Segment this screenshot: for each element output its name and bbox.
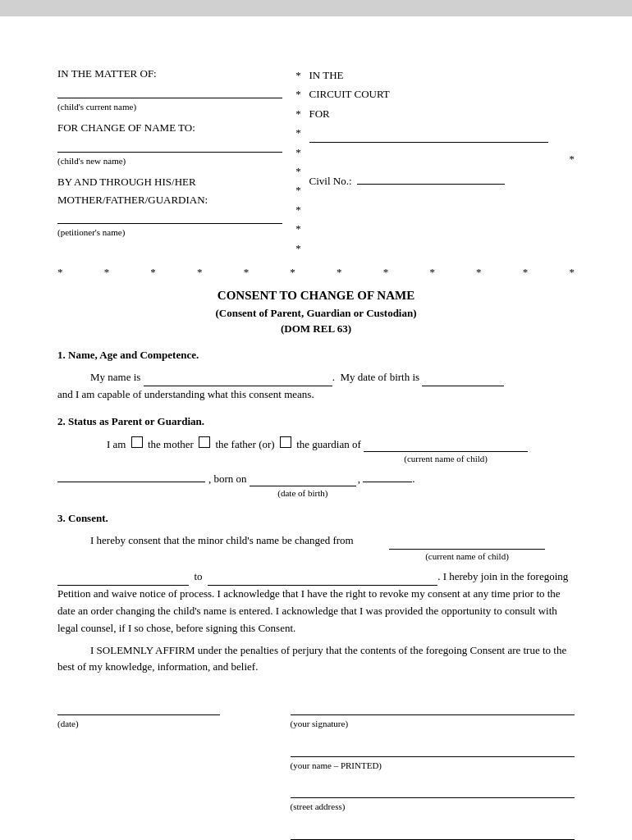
birth-year-field (363, 469, 412, 482)
civil-no-label: Civil No.: (309, 173, 352, 189)
to-text: to (195, 570, 203, 582)
i-am-text: I am (107, 436, 126, 453)
signature-section: (date) (your signature) (your name – PRI… (57, 701, 575, 840)
the-guardian-text: the guardian of (296, 436, 361, 453)
star: * (337, 264, 342, 281)
consent-para2: I SOLEMNLY AFFIRM under the penalties of… (57, 642, 575, 677)
consent-para1: I hereby consent that the minor child's … (57, 532, 575, 564)
by-label-2: MOTHER/FATHER/GUARDIAN: (57, 192, 282, 208)
star: * (569, 264, 575, 281)
star: * (295, 66, 301, 84)
date-sig-field (57, 701, 220, 715)
star: * (429, 264, 435, 281)
header-section: IN THE MATTER OF: (child's current name)… (57, 66, 575, 258)
street-field (291, 783, 575, 798)
star: * (290, 264, 295, 281)
change-label: FOR CHANGE OF NAME TO: (57, 120, 282, 136)
childs-name-label: (child's current name) (57, 100, 282, 114)
mother-checkbox[interactable] (131, 436, 143, 448)
title-section: CONSENT TO CHANGE OF NAME (Consent of Pa… (57, 286, 575, 337)
guardian-name-group: (current name of child) (364, 436, 528, 466)
born-name-field (57, 469, 205, 482)
circuit-court-label: CIRCUIT COURT (309, 84, 575, 103)
section1-heading: 1. Name, Age and Competence. (57, 347, 575, 363)
dob-field (422, 373, 504, 386)
star: * (295, 123, 301, 142)
consent-para1b: to . I hereby join in the foregoing Peti… (57, 568, 575, 637)
dob-group: (date of birth) (250, 471, 356, 500)
matter-field-line (57, 84, 282, 98)
date-of-birth-label: (date of birth) (250, 486, 356, 500)
father-checkbox[interactable] (199, 436, 210, 448)
civil-no-row: Civil No.: (309, 171, 575, 189)
guardian-name-field (364, 439, 528, 452)
stars-row: * * * * * * * * * * * * (57, 264, 575, 281)
star: * (104, 264, 110, 281)
star: * (295, 239, 301, 258)
born-row: , born on (date of birth) , . (57, 469, 575, 500)
the-father-text: the father (or) (215, 436, 274, 453)
star: * (383, 264, 389, 281)
born-on-text: , born on (208, 471, 247, 487)
birth-date-field (250, 473, 356, 486)
change-field-line (57, 138, 282, 153)
old-name-field (389, 536, 545, 550)
court-field-line (309, 128, 548, 143)
old-name-field2 (57, 573, 189, 586)
title-dom: (DOM REL 63) (57, 321, 575, 337)
sig-right: (your signature) (your name – PRINTED) (… (291, 701, 575, 840)
star: * (244, 264, 250, 281)
header-right: * * * * * * * * * * IN THE CIRCUIT COURT… (291, 66, 575, 258)
section2-heading: 2. Status as Parent or Guardian. (57, 413, 575, 430)
childs-new-name-label: (child's new name) (57, 154, 282, 168)
section1-para: My name is . My date of birth is and I a… (57, 369, 575, 404)
star: * (476, 264, 482, 281)
guardian-checkbox[interactable] (280, 436, 291, 448)
new-name-field (208, 573, 437, 586)
star: * (197, 264, 203, 281)
your-name-label: (your name – PRINTED) (291, 759, 575, 773)
old-name-group: (current name of child) (356, 532, 545, 564)
title-main: CONSENT TO CHANGE OF NAME (57, 286, 575, 305)
by-label-1: BY AND THROUGH HIS/HER (57, 174, 282, 190)
matter-label: IN THE MATTER OF: (57, 66, 282, 82)
star: * (295, 143, 301, 162)
city-field (291, 825, 575, 840)
name-field (144, 373, 332, 386)
star: * (57, 264, 63, 281)
in-the-label: IN THE (309, 66, 575, 84)
for-label: FOR (309, 104, 575, 123)
star: * (295, 200, 301, 219)
the-mother-text: the mother (148, 436, 194, 453)
header-left: IN THE MATTER OF: (child's current name)… (57, 66, 291, 258)
section3-heading: 3. Consent. (57, 510, 575, 527)
star: * (295, 104, 301, 123)
street-label: (street address) (291, 800, 575, 814)
title-sub: (Consent of Parent, Guardian or Custodia… (57, 305, 575, 322)
sig-left: (date) (57, 701, 291, 840)
document-page: IN THE MATTER OF: (child's current name)… (0, 16, 632, 840)
current-name-child-label: (current name of child) (364, 452, 528, 466)
star: * (523, 264, 529, 281)
petitioner-field-line (57, 209, 282, 224)
star: * (295, 162, 301, 180)
date-label: (date) (57, 717, 291, 731)
star: * (295, 180, 301, 199)
petitioner-label: (petitioner's name) (57, 226, 282, 240)
court-info: IN THE CIRCUIT COURT FOR * Civil No.: (309, 66, 575, 258)
your-sig-label: (your signature) (291, 717, 575, 731)
star: * (295, 84, 301, 103)
status-row: I am the mother the father (or) the guar… (107, 436, 575, 466)
your-name-field (291, 742, 575, 757)
civil-no-field (357, 171, 505, 185)
stars-column: * * * * * * * * * * (295, 66, 309, 258)
star: * (295, 219, 301, 238)
star: * (150, 264, 156, 281)
current-name-child-label2: (current name of child) (356, 550, 545, 564)
your-sig-field (291, 701, 575, 715)
